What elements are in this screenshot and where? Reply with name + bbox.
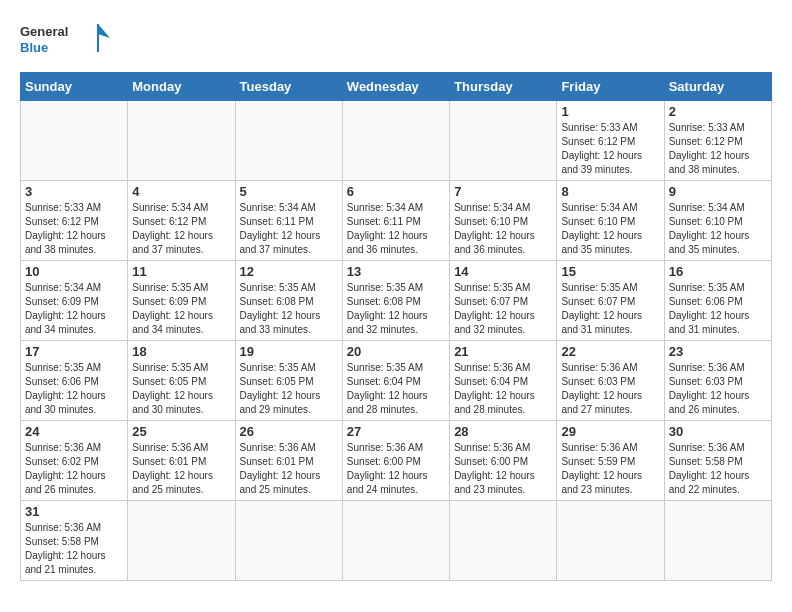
week-row-2: 3Sunrise: 5:33 AM Sunset: 6:12 PM Daylig… [21, 181, 772, 261]
day-number: 20 [347, 344, 445, 359]
day-number: 11 [132, 264, 230, 279]
day-number: 26 [240, 424, 338, 439]
day-info: Sunrise: 5:35 AM Sunset: 6:08 PM Dayligh… [347, 281, 445, 337]
day-info: Sunrise: 5:36 AM Sunset: 5:58 PM Dayligh… [669, 441, 767, 497]
calendar-cell: 12Sunrise: 5:35 AM Sunset: 6:08 PM Dayli… [235, 261, 342, 341]
day-number: 6 [347, 184, 445, 199]
day-number: 7 [454, 184, 552, 199]
day-info: Sunrise: 5:33 AM Sunset: 6:12 PM Dayligh… [561, 121, 659, 177]
day-info: Sunrise: 5:34 AM Sunset: 6:10 PM Dayligh… [454, 201, 552, 257]
week-row-1: 1Sunrise: 5:33 AM Sunset: 6:12 PM Daylig… [21, 101, 772, 181]
calendar-cell: 23Sunrise: 5:36 AM Sunset: 6:03 PM Dayli… [664, 341, 771, 421]
calendar-cell: 16Sunrise: 5:35 AM Sunset: 6:06 PM Dayli… [664, 261, 771, 341]
calendar-cell [664, 501, 771, 581]
day-number: 25 [132, 424, 230, 439]
calendar-cell: 30Sunrise: 5:36 AM Sunset: 5:58 PM Dayli… [664, 421, 771, 501]
calendar-cell: 2Sunrise: 5:33 AM Sunset: 6:12 PM Daylig… [664, 101, 771, 181]
day-number: 4 [132, 184, 230, 199]
week-row-5: 24Sunrise: 5:36 AM Sunset: 6:02 PM Dayli… [21, 421, 772, 501]
day-number: 30 [669, 424, 767, 439]
day-info: Sunrise: 5:36 AM Sunset: 6:03 PM Dayligh… [561, 361, 659, 417]
calendar-cell [235, 101, 342, 181]
day-info: Sunrise: 5:35 AM Sunset: 6:05 PM Dayligh… [240, 361, 338, 417]
day-number: 2 [669, 104, 767, 119]
day-header-sunday: Sunday [21, 73, 128, 101]
day-number: 9 [669, 184, 767, 199]
calendar-cell: 4Sunrise: 5:34 AM Sunset: 6:12 PM Daylig… [128, 181, 235, 261]
day-info: Sunrise: 5:35 AM Sunset: 6:05 PM Dayligh… [132, 361, 230, 417]
calendar-cell: 15Sunrise: 5:35 AM Sunset: 6:07 PM Dayli… [557, 261, 664, 341]
day-info: Sunrise: 5:36 AM Sunset: 6:01 PM Dayligh… [132, 441, 230, 497]
day-number: 18 [132, 344, 230, 359]
day-info: Sunrise: 5:36 AM Sunset: 6:00 PM Dayligh… [347, 441, 445, 497]
calendar-cell: 7Sunrise: 5:34 AM Sunset: 6:10 PM Daylig… [450, 181, 557, 261]
calendar-cell: 14Sunrise: 5:35 AM Sunset: 6:07 PM Dayli… [450, 261, 557, 341]
day-info: Sunrise: 5:33 AM Sunset: 6:12 PM Dayligh… [669, 121, 767, 177]
calendar-cell: 3Sunrise: 5:33 AM Sunset: 6:12 PM Daylig… [21, 181, 128, 261]
day-number: 3 [25, 184, 123, 199]
day-info: Sunrise: 5:35 AM Sunset: 6:09 PM Dayligh… [132, 281, 230, 337]
svg-text:General: General [20, 24, 68, 39]
day-info: Sunrise: 5:36 AM Sunset: 6:03 PM Dayligh… [669, 361, 767, 417]
calendar-body: 1Sunrise: 5:33 AM Sunset: 6:12 PM Daylig… [21, 101, 772, 581]
day-number: 17 [25, 344, 123, 359]
day-number: 28 [454, 424, 552, 439]
day-number: 21 [454, 344, 552, 359]
calendar-cell: 31Sunrise: 5:36 AM Sunset: 5:58 PM Dayli… [21, 501, 128, 581]
calendar-cell [342, 101, 449, 181]
calendar-cell: 13Sunrise: 5:35 AM Sunset: 6:08 PM Dayli… [342, 261, 449, 341]
day-info: Sunrise: 5:34 AM Sunset: 6:11 PM Dayligh… [347, 201, 445, 257]
day-number: 1 [561, 104, 659, 119]
day-header-monday: Monday [128, 73, 235, 101]
day-info: Sunrise: 5:35 AM Sunset: 6:06 PM Dayligh… [669, 281, 767, 337]
day-number: 23 [669, 344, 767, 359]
calendar-cell: 19Sunrise: 5:35 AM Sunset: 6:05 PM Dayli… [235, 341, 342, 421]
calendar-cell: 5Sunrise: 5:34 AM Sunset: 6:11 PM Daylig… [235, 181, 342, 261]
day-header-tuesday: Tuesday [235, 73, 342, 101]
day-info: Sunrise: 5:36 AM Sunset: 6:00 PM Dayligh… [454, 441, 552, 497]
week-row-6: 31Sunrise: 5:36 AM Sunset: 5:58 PM Dayli… [21, 501, 772, 581]
day-header-thursday: Thursday [450, 73, 557, 101]
day-info: Sunrise: 5:34 AM Sunset: 6:11 PM Dayligh… [240, 201, 338, 257]
day-number: 8 [561, 184, 659, 199]
logo-svg: General Blue [20, 20, 120, 62]
svg-marker-2 [98, 24, 110, 38]
day-info: Sunrise: 5:36 AM Sunset: 6:04 PM Dayligh… [454, 361, 552, 417]
day-info: Sunrise: 5:36 AM Sunset: 5:59 PM Dayligh… [561, 441, 659, 497]
calendar-cell: 26Sunrise: 5:36 AM Sunset: 6:01 PM Dayli… [235, 421, 342, 501]
calendar-cell [557, 501, 664, 581]
calendar-cell: 25Sunrise: 5:36 AM Sunset: 6:01 PM Dayli… [128, 421, 235, 501]
logo: General Blue [20, 20, 120, 62]
day-number: 14 [454, 264, 552, 279]
calendar-cell: 27Sunrise: 5:36 AM Sunset: 6:00 PM Dayli… [342, 421, 449, 501]
calendar-cell: 24Sunrise: 5:36 AM Sunset: 6:02 PM Dayli… [21, 421, 128, 501]
day-info: Sunrise: 5:36 AM Sunset: 6:01 PM Dayligh… [240, 441, 338, 497]
calendar-cell: 29Sunrise: 5:36 AM Sunset: 5:59 PM Dayli… [557, 421, 664, 501]
header-row: SundayMondayTuesdayWednesdayThursdayFrid… [21, 73, 772, 101]
day-info: Sunrise: 5:35 AM Sunset: 6:07 PM Dayligh… [454, 281, 552, 337]
day-number: 12 [240, 264, 338, 279]
day-number: 24 [25, 424, 123, 439]
day-info: Sunrise: 5:35 AM Sunset: 6:04 PM Dayligh… [347, 361, 445, 417]
calendar-cell [21, 101, 128, 181]
day-info: Sunrise: 5:35 AM Sunset: 6:08 PM Dayligh… [240, 281, 338, 337]
day-number: 27 [347, 424, 445, 439]
calendar-cell: 20Sunrise: 5:35 AM Sunset: 6:04 PM Dayli… [342, 341, 449, 421]
calendar-cell: 28Sunrise: 5:36 AM Sunset: 6:00 PM Dayli… [450, 421, 557, 501]
day-info: Sunrise: 5:36 AM Sunset: 6:02 PM Dayligh… [25, 441, 123, 497]
calendar-cell: 17Sunrise: 5:35 AM Sunset: 6:06 PM Dayli… [21, 341, 128, 421]
calendar-cell: 10Sunrise: 5:34 AM Sunset: 6:09 PM Dayli… [21, 261, 128, 341]
day-number: 13 [347, 264, 445, 279]
day-info: Sunrise: 5:34 AM Sunset: 6:10 PM Dayligh… [669, 201, 767, 257]
day-info: Sunrise: 5:35 AM Sunset: 6:06 PM Dayligh… [25, 361, 123, 417]
calendar-cell: 8Sunrise: 5:34 AM Sunset: 6:10 PM Daylig… [557, 181, 664, 261]
calendar-cell [450, 101, 557, 181]
calendar-cell: 11Sunrise: 5:35 AM Sunset: 6:09 PM Dayli… [128, 261, 235, 341]
calendar-cell [128, 101, 235, 181]
day-info: Sunrise: 5:34 AM Sunset: 6:09 PM Dayligh… [25, 281, 123, 337]
calendar-cell [128, 501, 235, 581]
day-number: 22 [561, 344, 659, 359]
calendar-cell [342, 501, 449, 581]
day-header-wednesday: Wednesday [342, 73, 449, 101]
svg-text:Blue: Blue [20, 40, 48, 55]
